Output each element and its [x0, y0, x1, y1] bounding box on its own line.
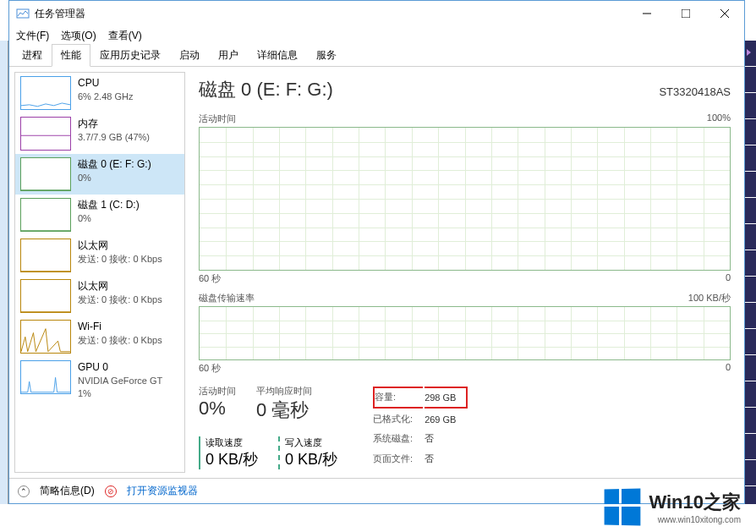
chart1-xmin: 60 秒 — [199, 272, 221, 285]
tab-startup[interactable]: 启动 — [170, 44, 209, 67]
chart-transfer-rate: 磁盘传输速率 100 KB/秒 60 秒 0 — [199, 292, 731, 375]
sidebar-item-1[interactable]: 内存3.7/7.9 GB (47%) — [15, 113, 184, 154]
close-button[interactable] — [705, 1, 744, 26]
tab-app-history[interactable]: 应用历史记录 — [90, 44, 170, 67]
sidebar-item-sub: NVIDIA GeForce GT — [78, 375, 162, 387]
sidebar-item-sub: 3.7/7.9 GB (47%) — [78, 131, 150, 144]
watermark-text: Win10之家 — [649, 490, 741, 515]
sidebar-item-title: 以太网 — [78, 279, 162, 293]
sidebar-item-title: 以太网 — [78, 239, 162, 253]
pagefile-value: 否 — [425, 450, 468, 468]
chart2-xmin: 60 秒 — [199, 362, 221, 375]
task-manager-window: 任务管理器 文件(F) 选项(O) 查看(V) 进程 性能 应用历史记录 启动 … — [8, 0, 745, 504]
menubar: 文件(F) 选项(O) 查看(V) — [9, 26, 744, 45]
tabbar: 进程 性能 应用历史记录 启动 用户 详细信息 服务 — [9, 45, 744, 67]
sidebar-item-sub: 发送: 0 接收: 0 Kbps — [78, 293, 162, 306]
svg-rect-2 — [682, 9, 690, 18]
watermark: Win10之家 www.win10xitong.com — [604, 481, 741, 532]
main-panel: 磁盘 0 (E: F: G:) ST3320418AS 活动时间 100% 60… — [185, 67, 744, 478]
tab-processes[interactable]: 进程 — [13, 44, 52, 67]
sidebar: CPU6% 2.48 GHz内存3.7/7.9 GB (47%)磁盘 0 (E:… — [14, 72, 185, 473]
chart1-canvas — [199, 127, 731, 271]
block-icon: ⊘ — [105, 485, 117, 497]
fewer-details-link[interactable]: 简略信息(D) — [40, 484, 95, 498]
thumb-icon — [20, 157, 71, 191]
sidebar-item-4[interactable]: 以太网发送: 0 接收: 0 Kbps — [15, 235, 184, 276]
resource-monitor-link[interactable]: 打开资源监视器 — [127, 484, 198, 498]
stat-response-time: 平均响应时间 0 毫秒 — [256, 385, 312, 423]
sidebar-item-title: 磁盘 1 (C: D:) — [78, 198, 140, 212]
svg-rect-0 — [17, 9, 29, 18]
system-label: 系统磁盘: — [373, 430, 423, 447]
chart2-max: 100 KB/秒 — [688, 292, 731, 304]
chart1-max: 100% — [707, 112, 731, 125]
tab-services[interactable]: 服务 — [307, 44, 346, 67]
sidebar-item-sub: 0% — [78, 212, 140, 225]
sidebar-item-sub: 6% 2.48 GHz — [78, 90, 133, 103]
chart2-xmax: 0 — [726, 362, 731, 375]
sidebar-item-5[interactable]: 以太网发送: 0 接收: 0 Kbps — [15, 276, 184, 316]
thumb-icon — [20, 117, 71, 151]
stat-write-speed: 写入速度 0 KB/秒 — [278, 436, 337, 469]
chart1-xmax: 0 — [726, 272, 731, 285]
chart2-label: 磁盘传输速率 — [199, 292, 255, 304]
titlebar[interactable]: 任务管理器 — [9, 1, 744, 26]
disk-info-table: 容量: 298 GB 已格式化:269 GB 系统磁盘:否 页面文件:否 — [371, 385, 469, 469]
menu-file[interactable]: 文件(F) — [16, 29, 49, 43]
disk-model: ST3320418AS — [659, 85, 731, 98]
thumb-icon — [20, 360, 71, 394]
tab-details[interactable]: 详细信息 — [248, 44, 307, 67]
menu-view[interactable]: 查看(V) — [108, 29, 142, 43]
tab-users[interactable]: 用户 — [209, 44, 248, 67]
watermark-url: www.win10xitong.com — [649, 515, 741, 524]
system-value: 否 — [425, 430, 468, 447]
stat-active-time: 活动时间 0% — [199, 385, 236, 423]
sidebar-item-0[interactable]: CPU6% 2.48 GHz — [15, 73, 184, 113]
capacity-value: 298 GB — [425, 387, 468, 409]
app-icon — [16, 7, 30, 20]
sidebar-item-sub: 0% — [78, 172, 151, 184]
window-title: 任务管理器 — [35, 7, 627, 21]
collapse-icon[interactable]: ⌃ — [18, 485, 30, 497]
minimize-button[interactable] — [627, 1, 666, 26]
thumb-icon — [20, 239, 71, 272]
sidebar-item-2[interactable]: 磁盘 0 (E: F: G:)0% — [15, 154, 184, 195]
formatted-label: 已格式化: — [373, 410, 423, 428]
sidebar-item-sub: 发送: 0 接收: 0 Kbps — [78, 334, 162, 347]
menu-options[interactable]: 选项(O) — [61, 29, 96, 43]
thumb-icon — [20, 198, 71, 232]
sidebar-item-title: 内存 — [78, 117, 150, 131]
chart1-label: 活动时间 — [199, 112, 236, 125]
sidebar-item-title: Wi-Fi — [78, 320, 162, 334]
thumb-icon — [20, 320, 71, 354]
stat-read-speed: 读取速度 0 KB/秒 — [199, 436, 258, 469]
chart2-canvas — [199, 306, 731, 360]
sidebar-item-title: 磁盘 0 (E: F: G:) — [78, 157, 151, 172]
capacity-label: 容量: — [373, 387, 423, 409]
chart-active-time: 活动时间 100% 60 秒 0 — [199, 112, 731, 285]
sidebar-item-title: CPU — [78, 76, 133, 90]
sidebar-item-title: GPU 0 — [78, 360, 162, 375]
formatted-value: 269 GB — [425, 410, 468, 428]
maximize-button[interactable] — [666, 1, 705, 26]
sidebar-item-3[interactable]: 磁盘 1 (C: D:)0% — [15, 195, 184, 235]
sidebar-item-sub: 发送: 0 接收: 0 Kbps — [78, 253, 162, 266]
thumb-icon — [20, 279, 71, 313]
thumb-icon — [20, 76, 71, 110]
sidebar-item-7[interactable]: GPU 0NVIDIA GeForce GT1% — [15, 357, 184, 404]
page-title: 磁盘 0 (E: F: G:) — [199, 77, 333, 102]
pagefile-label: 页面文件: — [373, 450, 423, 468]
windows-logo-icon — [605, 488, 641, 525]
tab-performance[interactable]: 性能 — [52, 44, 90, 67]
sidebar-item-6[interactable]: Wi-Fi发送: 0 接收: 0 Kbps — [15, 316, 184, 357]
